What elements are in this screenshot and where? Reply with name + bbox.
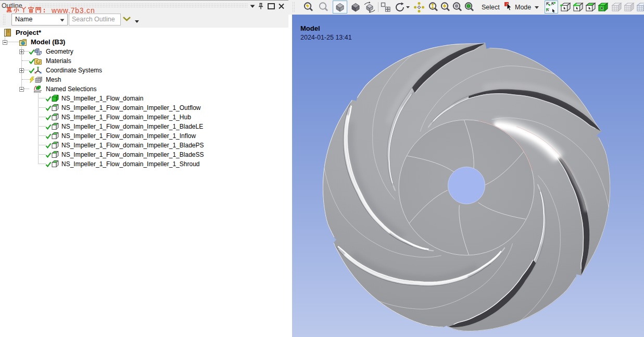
svg-text:www.7b3.cn: www.7b3.cn [51, 6, 95, 15]
